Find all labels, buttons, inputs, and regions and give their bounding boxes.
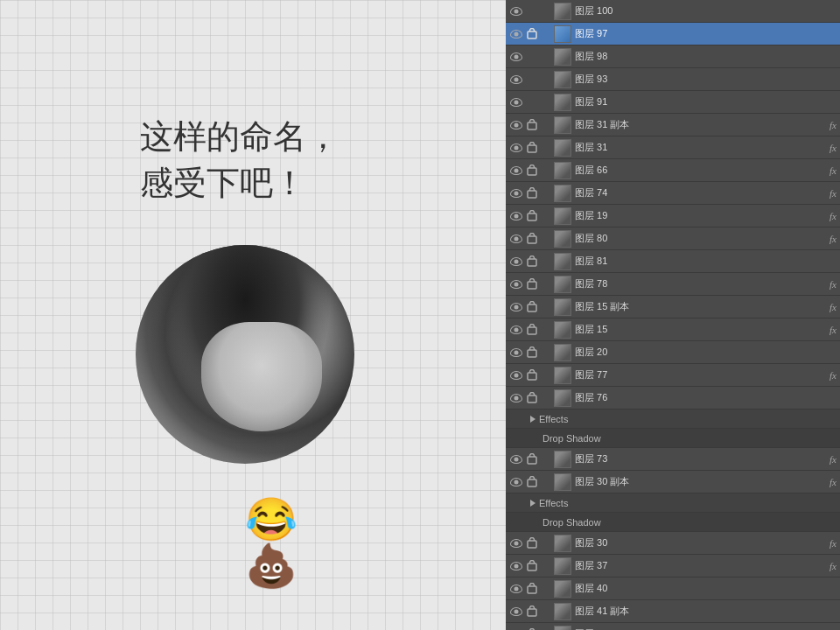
layer-row[interactable]: 图层 40 — [506, 578, 840, 600]
layer-row[interactable]: 图层 31 fx — [506, 136, 840, 159]
visibility-toggle[interactable] — [509, 452, 523, 466]
svg-rect-14 — [528, 457, 536, 464]
layer-name: 图层 41 副本 — [575, 605, 836, 618]
layer-row[interactable]: 图层 66 fx — [506, 159, 840, 182]
layer-thumbnail — [554, 580, 571, 598]
visibility-toggle[interactable] — [509, 73, 523, 87]
link-toggle[interactable] — [525, 536, 539, 550]
visibility-toggle[interactable] — [509, 118, 523, 132]
layer-row[interactable]: 图层 74 fx — [506, 182, 840, 205]
layer-name: 图层 80 — [575, 232, 826, 245]
visibility-toggle[interactable] — [509, 141, 523, 155]
visibility-toggle[interactable] — [509, 368, 523, 382]
layer-row[interactable]: 图层 19 fx — [506, 205, 840, 228]
dropshadow-row[interactable]: Drop Shadow — [506, 513, 840, 532]
link-toggle[interactable] — [525, 141, 539, 155]
layer-row[interactable]: 图层 76 — [506, 387, 840, 410]
dropshadow-label: Drop Shadow — [506, 517, 836, 528]
dropshadow-row[interactable]: Drop Shadow — [506, 429, 840, 448]
layer-row[interactable]: 图层 31 副本 fx — [506, 114, 840, 136]
layer-row[interactable]: 图层 37 fx — [506, 555, 840, 578]
visibility-toggle[interactable] — [509, 95, 523, 109]
canvas-text: 这样的命名， 感受下吧！ — [140, 114, 340, 206]
svg-rect-7 — [528, 259, 536, 266]
link-toggle[interactable] — [525, 582, 539, 596]
layer-row[interactable]: 图层 30 副本 fx — [506, 471, 840, 494]
visibility-toggle[interactable] — [509, 4, 523, 18]
layer-row[interactable]: 图层 41 副本 — [506, 600, 840, 623]
effects-row[interactable]: Effects — [506, 494, 840, 513]
layer-row[interactable]: 图层 77 fx — [506, 364, 840, 387]
layer-row[interactable]: 图层 41 fx — [506, 623, 840, 630]
link-toggle[interactable] — [525, 27, 539, 41]
visibility-toggle[interactable] — [509, 232, 523, 246]
layer-row[interactable]: 图层 81 — [506, 250, 840, 273]
layer-row[interactable]: 图层 20 — [506, 341, 840, 364]
fx-badge: fx — [830, 279, 836, 290]
visibility-toggle[interactable] — [509, 277, 523, 291]
visibility-toggle[interactable] — [509, 582, 523, 596]
link-toggle[interactable] — [525, 452, 539, 466]
fx-badge: fx — [830, 234, 836, 244]
svg-rect-9 — [528, 304, 536, 312]
layer-row[interactable]: 图层 97 — [506, 23, 840, 46]
visibility-toggle[interactable] — [509, 559, 523, 573]
link-toggle[interactable] — [525, 323, 539, 337]
link-toggle[interactable] — [525, 164, 539, 178]
link-toggle[interactable] — [525, 559, 539, 573]
layer-thumbnail — [554, 162, 571, 179]
fx-badge: fx — [830, 538, 836, 549]
layer-row[interactable]: 图层 100 — [506, 0, 840, 23]
layer-name: 图层 76 — [575, 391, 836, 404]
visibility-toggle[interactable] — [509, 605, 523, 619]
link-toggle[interactable] — [525, 118, 539, 132]
link-toggle[interactable] — [525, 186, 539, 200]
layers-panel[interactable]: 图层 100 图层 97 图层 98 图层 93 — [506, 0, 840, 630]
chinese-line2: 感受下吧！ — [140, 160, 340, 206]
layer-row[interactable]: 图层 15 副本 fx — [506, 296, 840, 318]
fx-badge: fx — [830, 302, 836, 312]
visibility-toggle[interactable] — [509, 300, 523, 314]
visibility-toggle[interactable] — [509, 391, 523, 405]
svg-rect-4 — [528, 191, 536, 198]
layer-row[interactable]: 图层 91 — [506, 91, 840, 114]
layer-row[interactable]: 图层 15 fx — [506, 318, 840, 341]
visibility-toggle[interactable] — [509, 627, 523, 631]
visibility-toggle[interactable] — [509, 536, 523, 550]
effects-row[interactable]: Effects — [506, 410, 840, 429]
link-toggle[interactable] — [525, 255, 539, 269]
visibility-toggle[interactable] — [509, 323, 523, 337]
layer-row[interactable]: 图层 78 fx — [506, 273, 840, 296]
fx-badge: fx — [830, 188, 836, 199]
dropshadow-label: Drop Shadow — [506, 433, 836, 444]
layer-row[interactable]: 图层 93 — [506, 68, 840, 91]
layer-thumbnail — [554, 139, 571, 157]
link-toggle[interactable] — [525, 605, 539, 619]
visibility-toggle[interactable] — [509, 186, 523, 200]
visibility-toggle[interactable] — [509, 27, 523, 41]
visibility-toggle[interactable] — [509, 475, 523, 489]
layer-row[interactable]: 图层 30 fx — [506, 532, 840, 555]
layer-row[interactable]: 图层 73 fx — [506, 448, 840, 471]
link-toggle[interactable] — [525, 475, 539, 489]
effects-triangle-icon — [530, 500, 536, 507]
visibility-toggle[interactable] — [509, 255, 523, 269]
link-toggle[interactable] — [525, 232, 539, 246]
layer-thumbnail — [554, 603, 571, 620]
visibility-toggle[interactable] — [509, 50, 523, 64]
link-toggle[interactable] — [525, 346, 539, 360]
layer-row[interactable]: 图层 98 — [506, 46, 840, 68]
visibility-toggle[interactable] — [509, 164, 523, 178]
visibility-toggle[interactable] — [509, 346, 523, 360]
layer-name: 图层 31 — [575, 141, 826, 154]
layer-row[interactable]: 图层 80 fx — [506, 228, 840, 250]
link-toggle[interactable] — [525, 300, 539, 314]
link-toggle[interactable] — [525, 627, 539, 631]
link-toggle[interactable] — [525, 391, 539, 405]
layer-name: 图层 100 — [575, 4, 836, 18]
link-toggle[interactable] — [525, 277, 539, 291]
link-toggle[interactable] — [525, 368, 539, 382]
link-toggle[interactable] — [525, 209, 539, 223]
visibility-toggle[interactable] — [509, 209, 523, 223]
svg-rect-12 — [528, 373, 536, 380]
